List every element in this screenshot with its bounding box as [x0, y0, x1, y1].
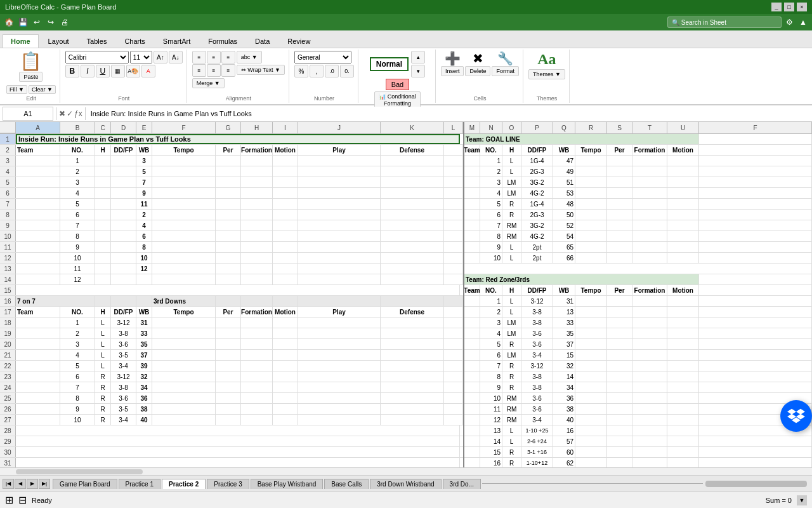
- sheet-scrollbar[interactable]: [705, 481, 807, 487]
- font-size-select[interactable]: 11: [130, 51, 152, 64]
- col-header-d[interactable]: D: [111, 122, 136, 133]
- cell-a1[interactable]: Inside Run: Inside Runs in Game Plan vs …: [16, 134, 460, 144]
- row-num-2[interactable]: 2: [0, 145, 16, 155]
- col-header-t[interactable]: T: [632, 122, 667, 133]
- col-header-g[interactable]: G: [216, 122, 241, 133]
- tab-data[interactable]: Data: [247, 34, 278, 48]
- row-num-22[interactable]: 22: [0, 361, 16, 371]
- align-top-right-button[interactable]: ≡: [221, 51, 235, 64]
- row-num-28[interactable]: 28: [0, 425, 16, 436]
- insert-button[interactable]: Insert: [441, 66, 464, 76]
- sheet-tab-practice-2[interactable]: Practice 2: [162, 479, 206, 489]
- style-down-button[interactable]: ▼: [411, 65, 425, 77]
- col-header-c[interactable]: C: [95, 122, 111, 133]
- italic-button[interactable]: I: [81, 65, 95, 77]
- cell-j2[interactable]: Play: [298, 145, 381, 155]
- comma-button[interactable]: ,: [310, 65, 324, 77]
- sheet-tab-practice-3[interactable]: Practice 3: [207, 479, 249, 489]
- cell-a2[interactable]: Team: [16, 145, 60, 155]
- row-num-23[interactable]: 23: [0, 371, 16, 382]
- name-box[interactable]: [3, 107, 53, 121]
- col-header-n[interactable]: N: [480, 122, 502, 133]
- clear-button[interactable]: Clear ▼: [29, 85, 56, 94]
- col-header-o[interactable]: O: [502, 122, 521, 133]
- search-button[interactable]: 🔍 Search in Sheet: [667, 17, 782, 28]
- tab-tables[interactable]: Tables: [79, 34, 115, 48]
- confirm-formula-icon[interactable]: ✓: [67, 109, 73, 118]
- paste-button[interactable]: Paste: [19, 72, 43, 82]
- sum-dropdown[interactable]: ▼: [797, 495, 807, 505]
- decimal-dec-button[interactable]: 0.: [340, 65, 354, 77]
- col-header-a[interactable]: A: [16, 122, 60, 133]
- row-num-30[interactable]: 30: [0, 447, 16, 457]
- align-top-center-button[interactable]: ≡: [207, 51, 221, 64]
- col-header-h[interactable]: H: [241, 122, 273, 133]
- col-header-r[interactable]: R: [575, 122, 607, 133]
- col-header-s[interactable]: S: [607, 122, 632, 133]
- tab-charts[interactable]: Charts: [116, 34, 153, 48]
- row-num-15[interactable]: 15: [0, 285, 16, 295]
- row-num-24[interactable]: 24: [0, 382, 16, 392]
- undo-button[interactable]: ↩: [30, 17, 43, 28]
- row-num-8[interactable]: 8: [0, 210, 16, 220]
- row-num-20[interactable]: 20: [0, 339, 16, 349]
- percent-button[interactable]: %: [294, 65, 308, 77]
- fill-color-button[interactable]: A🎨: [126, 65, 140, 77]
- tab-formulas[interactable]: Formulas: [200, 34, 246, 48]
- align-top-left-button[interactable]: ≡: [192, 51, 206, 64]
- home-icon[interactable]: 🏠: [3, 17, 15, 28]
- col-header-q[interactable]: Q: [553, 122, 575, 133]
- row-num-16[interactable]: 16: [0, 296, 16, 306]
- row-num-26[interactable]: 26: [0, 404, 16, 414]
- number-format-select[interactable]: General: [294, 51, 351, 64]
- sheet-tab-game-plan-board[interactable]: Game Plan Board: [53, 479, 117, 489]
- row-num-11[interactable]: 11: [0, 242, 16, 252]
- sheet-tab-base-play-wristband[interactable]: Base Play Wristband: [251, 479, 324, 489]
- row-num-18[interactable]: 18: [0, 318, 16, 328]
- format-cells-button[interactable]: Format: [492, 66, 519, 76]
- row-num-13[interactable]: 13: [0, 264, 16, 274]
- col-header-l[interactable]: L: [444, 122, 463, 133]
- indent-decrease-button[interactable]: abc ▼: [237, 51, 262, 64]
- align-bottom-center-button[interactable]: ≡: [207, 64, 221, 77]
- delete-button[interactable]: Delete: [465, 66, 490, 76]
- align-bottom-left-button[interactable]: ≡: [192, 64, 206, 77]
- save-button[interactable]: 💾: [16, 17, 29, 28]
- cell-f2[interactable]: Tempo: [152, 145, 216, 155]
- row-num-19[interactable]: 19: [0, 328, 16, 338]
- redo-button[interactable]: ↪: [44, 17, 57, 28]
- cell-d2[interactable]: DD/FP: [111, 145, 136, 155]
- bold-button[interactable]: B: [65, 65, 79, 77]
- font-grow-button[interactable]: A↑: [154, 51, 167, 64]
- border-button[interactable]: ▦: [111, 65, 125, 77]
- formula-input[interactable]: [88, 107, 809, 121]
- wrap-text-button[interactable]: ⇔ Wrap Text ▼: [237, 65, 285, 75]
- col-header-u[interactable]: U: [667, 122, 699, 133]
- tab-layout[interactable]: Layout: [40, 34, 77, 48]
- sheet-tab-3rd-do[interactable]: 3rd Do...: [443, 479, 481, 489]
- row-num-31[interactable]: 31: [0, 458, 16, 467]
- tab-prev-button[interactable]: ◀: [15, 479, 26, 489]
- sheet-single-icon[interactable]: ⊟: [18, 494, 27, 506]
- align-bottom-right-button[interactable]: ≡: [221, 64, 235, 77]
- tab-last-button[interactable]: ▶|: [39, 479, 50, 489]
- bad-style-box[interactable]: Bad: [386, 79, 410, 90]
- window-controls[interactable]: _ □ ×: [771, 3, 807, 11]
- row-num-27[interactable]: 27: [0, 415, 16, 425]
- row-num-4[interactable]: 4: [0, 166, 16, 177]
- col-header-i[interactable]: I: [273, 122, 298, 133]
- cancel-formula-icon[interactable]: ✖: [59, 109, 65, 118]
- col-header-f[interactable]: F: [152, 122, 216, 133]
- cell-e2[interactable]: WB: [136, 145, 152, 155]
- col-header-m[interactable]: M: [464, 122, 480, 133]
- col-header-k[interactable]: K: [381, 122, 444, 133]
- row-num-25[interactable]: 25: [0, 393, 16, 403]
- horizontal-scrollbar[interactable]: [0, 467, 812, 475]
- row-num-3[interactable]: 3: [0, 156, 16, 166]
- settings-icon[interactable]: ⚙: [783, 17, 796, 28]
- cell-b2[interactable]: NO.: [60, 145, 95, 155]
- sheet-layout-icon[interactable]: ⊞: [5, 494, 13, 506]
- row-num-1[interactable]: 1: [0, 134, 16, 144]
- tab-review[interactable]: Review: [279, 34, 318, 48]
- merge-button[interactable]: Merge ▼: [192, 78, 225, 88]
